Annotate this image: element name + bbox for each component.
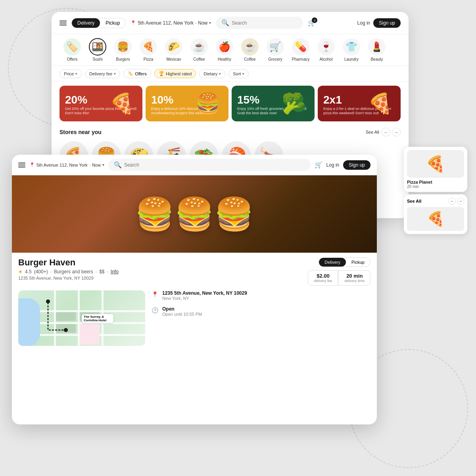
promo-burger-10[interactable]: 🍔 10% Enjoy a delicious 10% discount on … xyxy=(146,86,228,121)
restaurant-rating: 4.5 xyxy=(25,269,32,274)
side-card-pizza-planet: 🍕 Pizza Planet 20 min xyxy=(404,147,467,192)
restaurant-cuisine: Burgers and beers xyxy=(54,269,93,274)
front-cart-icon: 🛒 xyxy=(315,161,322,168)
side-next-arrow[interactable]: → xyxy=(457,198,464,205)
delivery-pickup-toggle[interactable]: Delivery Pickup xyxy=(71,18,126,28)
see-all-link[interactable]: See All ← → xyxy=(366,128,401,136)
location-selector[interactable]: 📍 5th Avenue 112, New York · Now ▾ xyxy=(131,20,211,26)
info-link[interactable]: Info xyxy=(111,269,119,274)
login-button[interactable]: Log in xyxy=(357,18,370,28)
hamburger-menu-icon[interactable] xyxy=(60,21,67,25)
price-chevron-icon: ▾ xyxy=(75,72,77,76)
front-location-selector[interactable]: 📍 5th Avenue 112, New York · Now ▾ xyxy=(29,162,104,167)
category-item-laundry[interactable]: 👕 Laundry xyxy=(339,38,364,61)
delivery-fee-value: $2.00 xyxy=(314,273,332,279)
chevron-down-icon: ▾ xyxy=(209,21,211,25)
signup-button[interactable]: Sign up xyxy=(373,18,401,28)
delivery-tab[interactable]: Delivery xyxy=(72,18,100,28)
highest-rated-label: Highest rated xyxy=(166,71,192,76)
side-nav-arrows: ← → xyxy=(449,198,464,205)
front-header: 📍 5th Avenue 112, New York · Now ▾ 🔍 🛒 L… xyxy=(12,155,377,175)
category-item-sushi[interactable]: 🍱 Sushi xyxy=(85,38,110,61)
category-label-beauty: Beauty xyxy=(370,57,383,61)
map-hotel-label: The Surrey, A Corinthia Hotel xyxy=(82,314,113,323)
next-arrow[interactable]: → xyxy=(392,128,401,136)
front-chevron-icon: ▾ xyxy=(102,163,104,167)
dietary-filter[interactable]: Dietary ▾ xyxy=(199,69,225,78)
sort-chevron-icon: ▾ xyxy=(242,72,244,76)
side-extra-store-img: 🍕 xyxy=(407,207,464,231)
delivery-fee-filter[interactable]: Delivery fee ▾ xyxy=(85,69,120,78)
mexican-icon: 🌮 xyxy=(165,38,182,56)
category-label-mexican: Mexican xyxy=(166,57,181,61)
dietary-label: Dietary xyxy=(203,71,217,76)
front-search-bar[interactable]: 🔍 xyxy=(108,159,311,171)
stores-header: Stores near you See All ← → xyxy=(52,125,409,139)
offers-icon: 🏷️ xyxy=(63,38,81,56)
sushi-icon: 🍱 xyxy=(89,38,106,56)
star-icon: ★ xyxy=(18,269,23,274)
pizza-icon: 🍕 xyxy=(140,38,157,56)
prev-arrow[interactable]: ← xyxy=(382,128,390,136)
del-pickup-tab[interactable]: Pickup xyxy=(346,258,370,267)
offers-filter[interactable]: 🏷️ Offers xyxy=(123,69,151,78)
beauty-icon: 💄 xyxy=(368,38,386,56)
front-login-button[interactable]: Log in xyxy=(326,162,340,168)
trophy-icon: 🏆 xyxy=(159,71,164,76)
category-item-coffee2[interactable]: ☕ Coffee xyxy=(237,38,263,61)
promo-grocery-15[interactable]: 🥦 15% Enjoy 15% off fresh groceries this… xyxy=(232,86,315,121)
filter-row: Price ▾ Delivery fee ▾ 🏷️ Offers 🏆 Highe… xyxy=(52,66,409,82)
side-prev-arrow[interactable]: ← xyxy=(449,198,456,205)
sort-filter[interactable]: Sort ▾ xyxy=(228,69,249,78)
search-bar[interactable]: 🔍 xyxy=(216,17,303,29)
front-cart-button[interactable]: 🛒 xyxy=(315,161,322,169)
front-search-icon: 🔍 xyxy=(114,161,122,169)
category-item-mexican[interactable]: 🌮 Mexican xyxy=(161,38,186,61)
restaurant-separator2: · xyxy=(96,269,97,274)
category-label-burgers: Burgers xyxy=(116,57,130,61)
price-filter[interactable]: Price ▾ xyxy=(60,69,82,78)
search-input[interactable] xyxy=(232,20,298,26)
offers-icon-tag: 🏷️ xyxy=(128,71,133,76)
pickup-tab[interactable]: Pickup xyxy=(100,18,125,28)
category-item-pharmacy[interactable]: 💊 Pharmacy xyxy=(288,38,313,61)
cart-button[interactable]: 🛒 0 xyxy=(308,19,316,27)
del-pickup-toggle[interactable]: Delivery Pickup xyxy=(319,257,370,267)
restaurant-separator1: · xyxy=(50,269,52,274)
category-item-healthy[interactable]: 🍎 Healthy xyxy=(212,38,237,61)
restaurant-reviews: (400+) xyxy=(34,269,48,274)
promo-pizza-2x1[interactable]: 🍕 2x1 Enjoy a 2-for-1 deal on delicious … xyxy=(318,86,401,121)
category-label-offers: Offers xyxy=(67,57,77,61)
map-container[interactable]: The Surrey, A Corinthia Hotel xyxy=(18,290,145,346)
category-label-alcohol: Alcohol xyxy=(320,57,333,61)
category-item-beauty[interactable]: 💄 Beauty xyxy=(364,38,390,61)
front-hamburger-icon[interactable] xyxy=(18,163,25,167)
category-item-grocery[interactable]: 🛒 Grocery xyxy=(263,38,288,61)
category-item-alcohol[interactable]: 🍷 Alcohol xyxy=(313,38,339,61)
side-see-all-text[interactable]: See All xyxy=(407,199,421,203)
category-item-pizza[interactable]: 🍕 Pizza xyxy=(136,38,161,61)
delivery-fee-label: Delivery fee xyxy=(89,71,112,76)
highest-rated-filter[interactable]: 🏆 Highest rated xyxy=(154,69,196,78)
front-search-input[interactable] xyxy=(124,162,305,168)
offers-label: Offers xyxy=(135,71,147,76)
back-header: Delivery Pickup 📍 5th Avenue 112, New Yo… xyxy=(52,12,409,34)
delivery-fee-label: delivery fee xyxy=(314,279,332,283)
category-item-burgers[interactable]: 🍔 Burgers xyxy=(110,38,136,61)
open-status: Open xyxy=(162,306,202,312)
auth-buttons: Log in Sign up xyxy=(357,18,401,28)
category-label-coffee2: Coffee xyxy=(244,57,255,61)
promo-pizza-20[interactable]: 🍕 20% Get 20% off your favorite pizza th… xyxy=(60,86,142,121)
open-hours: Open until 10:55 PM xyxy=(162,312,202,317)
front-signup-button[interactable]: Sign up xyxy=(343,160,370,170)
pin-icon: 📍 xyxy=(131,20,136,25)
category-item-offers[interactable]: 🏷️ Offers xyxy=(60,38,85,61)
cart-badge: 0 xyxy=(312,17,317,23)
nav-arrows: ← → xyxy=(382,128,401,136)
price-label: Price xyxy=(64,71,74,76)
del-delivery-tab[interactable]: Delivery xyxy=(319,258,346,267)
delivery-stats: $2.00 delivery fee 20 min delivery time xyxy=(308,270,370,286)
category-item-coffee1[interactable]: ☕ Coffee xyxy=(186,38,212,61)
search-icon: 🔍 xyxy=(221,19,229,27)
promo-grocery-15-img: 🥦 xyxy=(271,86,315,121)
